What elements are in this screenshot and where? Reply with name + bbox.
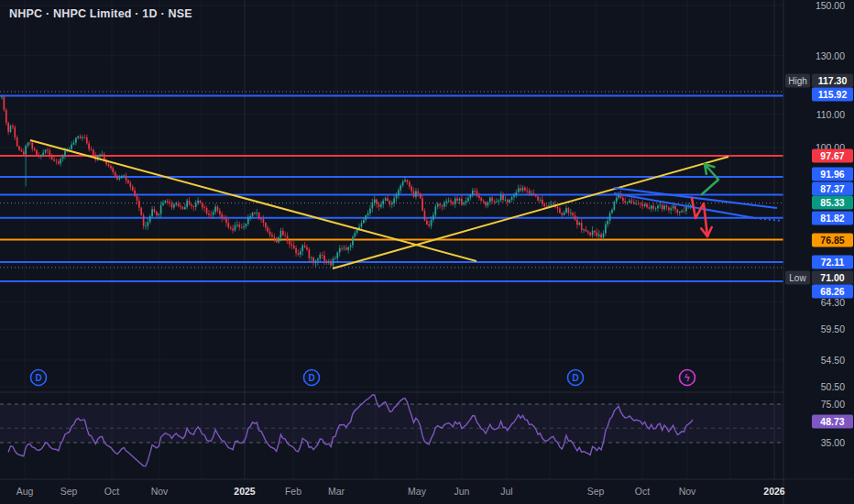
price-tick-130.00: 130.00 [788, 50, 845, 61]
svg-text:D: D [35, 373, 41, 383]
price-tick-50.50: 50.50 [788, 381, 845, 392]
time-label-Nov: Nov [679, 486, 696, 497]
rsi-tick-35.00: 35.00 [788, 437, 845, 448]
event-marker-lightning[interactable]: ϟ [680, 370, 695, 386]
svg-text:ϟ: ϟ [684, 373, 690, 383]
price-badge-85.33: 85.33 [812, 196, 853, 210]
rsi-tick-75.00: 75.00 [788, 399, 845, 410]
price-badge-48.73: 48.73 [812, 415, 853, 429]
price-badge-87.37: 87.37 [812, 182, 853, 196]
svg-text:D: D [308, 373, 314, 383]
time-label-2025: 2025 [234, 486, 255, 497]
tradingview-chart: NHPC · NHPC Limited · 1D · NSE DDDϟ 150.… [0, 0, 854, 504]
price-badge-91.96: 91.96 [812, 168, 853, 181]
time-label-Jul: Jul [500, 486, 512, 497]
price-tick-54.50: 54.50 [788, 355, 845, 366]
rsi-band [0, 404, 783, 443]
price-badge-71.00: 71.00 [812, 271, 853, 285]
price-tick-64.30: 64.30 [788, 297, 845, 308]
price-tick-59.50: 59.50 [788, 323, 845, 334]
price-badge-68.26: 68.26 [812, 285, 853, 299]
price-badge-72.11: 72.11 [812, 256, 853, 269]
price-badge-97.67: 97.67 [812, 149, 853, 163]
price-badge-76.85: 76.85 [812, 234, 853, 247]
time-label-Sep: Sep [60, 486, 78, 497]
trendline-ascending[interactable] [333, 157, 728, 268]
svg-text:D: D [572, 373, 578, 383]
trendline-descending[interactable] [30, 140, 476, 261]
dividend-marker[interactable]: D [568, 370, 584, 386]
time-label-Aug: Aug [16, 486, 34, 497]
time-label-Mar: Mar [328, 486, 345, 497]
time-label-Oct: Oct [104, 486, 119, 497]
price-tick-110.00: 110.00 [788, 109, 845, 120]
price-badge-115.92: 115.92 [812, 88, 853, 102]
price-badge-81.82: 81.82 [812, 212, 853, 225]
price-tick-150.00: 150.00 [788, 0, 845, 11]
time-label-Jun: Jun [454, 486, 470, 497]
time-label-2026: 2026 [763, 486, 784, 497]
time-label-Sep: Sep [587, 486, 605, 497]
arrow-up-green[interactable] [702, 164, 718, 194]
chart-canvas[interactable]: DDDϟ [0, 0, 854, 504]
dividend-marker[interactable]: D [304, 370, 320, 386]
time-label-Feb: Feb [285, 486, 301, 497]
high-label-chip: High [785, 74, 810, 88]
price-badge-117.30: 117.30 [812, 74, 853, 88]
candlestick-series [1, 95, 694, 268]
time-label-May: May [408, 486, 426, 497]
time-label-Nov: Nov [151, 486, 169, 497]
time-label-Oct: Oct [635, 486, 650, 497]
dividend-marker[interactable]: D [31, 370, 47, 386]
symbol-title[interactable]: NHPC · NHPC Limited · 1D · NSE [9, 7, 192, 20]
low-label-chip: Low [785, 271, 810, 285]
